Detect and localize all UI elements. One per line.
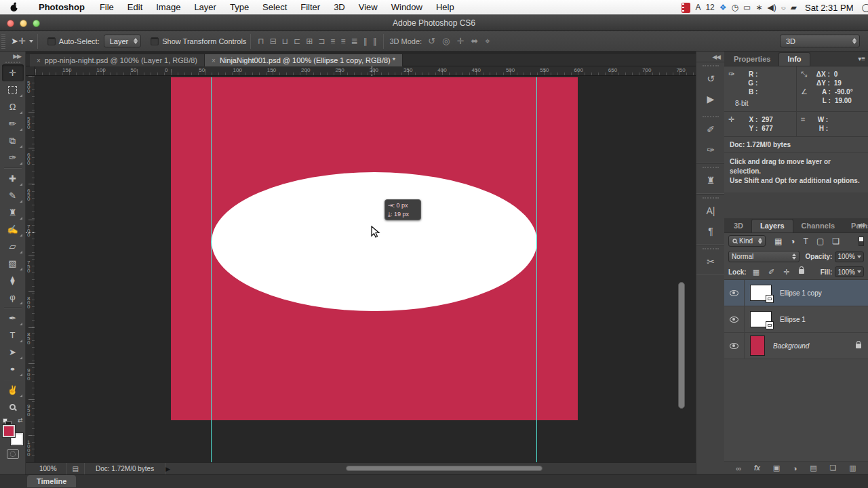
- menu-item-edit[interactable]: Edit: [121, 0, 149, 15]
- ruler-origin-corner[interactable]: [26, 66, 35, 76]
- tool-presets-panel-icon[interactable]: ✂: [696, 251, 725, 272]
- spot-healing-brush-tool[interactable]: ✚: [2, 170, 24, 187]
- filter-type-layers-icon[interactable]: T: [802, 237, 810, 246]
- canvas-viewport[interactable]: ⇥: 0 px ⤓: 19 px: [35, 76, 686, 462]
- horizontal-ruler[interactable]: 1501005005010015020025030035040045050055…: [35, 66, 696, 76]
- collapse-dock-chevron-icon[interactable]: ◀◀: [696, 52, 724, 62]
- vertical-ruler[interactable]: 5 0 05 5 06 0 06 5 07 0 07 5 08 0 08 5 0…: [26, 76, 35, 462]
- eyedropper-readout-icon[interactable]: ✑: [728, 70, 734, 79]
- align-horizontal-centers-icon[interactable]: ⊞: [303, 37, 315, 46]
- close-tab-icon[interactable]: ×: [37, 57, 41, 64]
- clone-source-panel-icon[interactable]: ♜: [696, 170, 725, 190]
- filter-adjustment-layers-icon[interactable]: ◑: [788, 237, 797, 246]
- gradient-tool[interactable]: ▧: [2, 255, 24, 272]
- 3d-scale-camera-icon[interactable]: ⌖: [481, 36, 493, 47]
- menu-item-layer[interactable]: Layer: [187, 0, 223, 15]
- ellipse-tool[interactable]: ●: [2, 361, 24, 378]
- vertical-scrollbar[interactable]: [678, 282, 685, 409]
- menu-item-view[interactable]: View: [352, 0, 384, 15]
- filter-kind-dropdown[interactable]: Kind: [728, 235, 766, 247]
- collapse-toolbar-chevron-icon[interactable]: ▶▶: [13, 52, 25, 60]
- adobe-updater-icon[interactable]: A: [695, 0, 701, 15]
- visibility-toggle[interactable]: [724, 280, 745, 306]
- panel-menu-icon[interactable]: ▾≡: [858, 222, 865, 229]
- paragraph-panel-icon[interactable]: ¶: [696, 221, 725, 241]
- distribute-top-edges-icon[interactable]: ≡: [328, 37, 338, 46]
- rectangular-marquee-tool[interactable]: [2, 81, 24, 98]
- brush-panel-icon[interactable]: ✐: [696, 119, 725, 140]
- layer-thumbnail[interactable]: [750, 336, 765, 356]
- layer-row[interactable]: Ellipse 1: [724, 306, 868, 333]
- align-right-edges-icon[interactable]: ⊐: [315, 37, 328, 46]
- hand-tool[interactable]: ✌: [2, 382, 24, 399]
- quick-selection-tool[interactable]: ✏: [2, 115, 24, 132]
- menu-item-3d[interactable]: 3D: [327, 0, 352, 15]
- document-tab[interactable]: ×ppp-ninja-night.psd @ 100% (Layer 1, RG…: [30, 54, 205, 66]
- menu-item-image[interactable]: Image: [149, 0, 187, 15]
- panel-menu-icon[interactable]: ▾≡: [858, 55, 865, 62]
- toolbar-grip[interactable]: [5, 62, 20, 63]
- close-window-button[interactable]: [7, 20, 14, 27]
- lock-all-icon[interactable]: [799, 269, 804, 274]
- history-brush-tool[interactable]: ✍: [2, 221, 24, 238]
- align-bottom-edges-icon[interactable]: ⊔: [279, 37, 291, 46]
- visibility-toggle[interactable]: [724, 333, 745, 359]
- volume-icon[interactable]: ◀): [767, 0, 776, 15]
- document-tab[interactable]: ×NinjaNight001.psd @ 100% (Ellipse 1 cop…: [205, 54, 403, 66]
- 3d-drag-icon[interactable]: ✛: [453, 36, 467, 46]
- battery-icon[interactable]: ▰: [791, 0, 797, 15]
- menu-item-select[interactable]: Select: [256, 0, 294, 15]
- visibility-toggle[interactable]: [724, 306, 745, 332]
- new-adjustment-layer-icon[interactable]: ◑: [793, 464, 797, 472]
- pen-tool[interactable]: ✒: [2, 310, 24, 327]
- tab-info[interactable]: Info: [778, 52, 810, 66]
- spotlight-icon[interactable]: ◯: [862, 0, 868, 15]
- dock-grip[interactable]: [703, 167, 719, 168]
- path-selection-tool[interactable]: ➤: [2, 344, 24, 361]
- dock-grip[interactable]: [703, 248, 719, 249]
- type-tool[interactable]: T: [2, 327, 24, 344]
- menu-item-file[interactable]: File: [93, 0, 121, 15]
- lasso-tool[interactable]: Ω: [2, 98, 24, 115]
- distribute-horizontal-centers-icon[interactable]: ∥: [370, 37, 379, 46]
- timeline-tab[interactable]: Timeline: [27, 475, 76, 487]
- layer-style-icon[interactable]: fx: [754, 464, 760, 472]
- minimize-window-button[interactable]: [20, 20, 27, 27]
- crosshair-icon[interactable]: ✛: [728, 115, 734, 124]
- dock-grip[interactable]: [703, 116, 719, 117]
- add-layer-mask-icon[interactable]: ▣: [773, 464, 780, 472]
- bit-depth[interactable]: 8-bit: [728, 99, 792, 108]
- layer-thumbnail[interactable]: [750, 311, 772, 327]
- doc-size-readout[interactable]: Doc: 1.72M/0 bytes: [85, 465, 165, 472]
- dock-grip[interactable]: [703, 65, 719, 66]
- crop-tool[interactable]: ⧉: [2, 132, 24, 149]
- opacity-field[interactable]: 100%: [835, 251, 864, 262]
- 3d-roll-icon[interactable]: ◎: [439, 36, 453, 46]
- film-strip-icon[interactable]: [682, 3, 690, 13]
- delete-layer-icon[interactable]: ▥: [849, 464, 856, 472]
- filter-pixel-layers-icon[interactable]: ▦: [772, 237, 784, 246]
- window-title-bar[interactable]: Adobe Photoshop CS6: [0, 15, 868, 31]
- show-transform-controls-checkbox[interactable]: [151, 37, 159, 45]
- zoom-window-button[interactable]: [33, 20, 40, 27]
- quick-mask-button[interactable]: [7, 449, 19, 459]
- close-tab-icon[interactable]: ×: [212, 57, 216, 64]
- apple-menu[interactable]: [9, 2, 18, 12]
- filter-shape-layers-icon[interactable]: ▢: [814, 237, 826, 246]
- lock-paint-icon[interactable]: ✐: [766, 268, 776, 277]
- layer-row[interactable]: Ellipse 1 copy: [724, 280, 868, 306]
- history-panel-icon[interactable]: ↺: [696, 68, 725, 89]
- layer-name[interactable]: Ellipse 1 copy: [780, 289, 822, 297]
- ellipse-shape[interactable]: [212, 172, 537, 311]
- clone-stamp-tool[interactable]: ♜: [2, 204, 24, 221]
- filtering-toggle[interactable]: [859, 237, 864, 246]
- character-panel-icon[interactable]: A|: [696, 201, 725, 221]
- new-layer-icon[interactable]: ❏: [830, 464, 837, 472]
- layer-name[interactable]: Ellipse 1: [780, 316, 806, 323]
- guide-vertical-left[interactable]: [211, 77, 212, 462]
- distribute-bottom-edges-icon[interactable]: ≣: [348, 37, 360, 46]
- fill-field[interactable]: 100%: [835, 266, 864, 277]
- bluetooth-icon[interactable]: ∗: [755, 0, 762, 15]
- auto-select-target-dropdown[interactable]: Layer: [104, 35, 142, 47]
- adobe-count-badge[interactable]: 12: [705, 0, 714, 15]
